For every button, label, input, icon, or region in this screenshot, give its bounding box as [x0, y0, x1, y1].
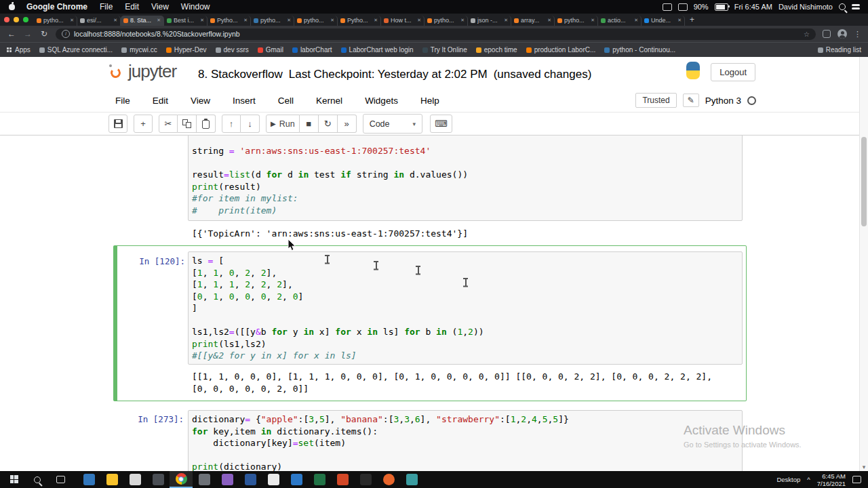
browser-tab[interactable]: pytho...✕: [425, 16, 468, 26]
apple-menu-icon[interactable]: [8, 3, 16, 11]
code-cell-selected[interactable]: In [120]: ls = [[1, 1, 0, 2, 2],[1, 1, 1…: [113, 245, 747, 401]
bookmark-laborchart-web-login[interactable]: LaborChart web login: [341, 46, 414, 54]
tab-close-icon[interactable]: ✕: [374, 18, 378, 23]
menubar-clock[interactable]: Fri 6:45 AM: [734, 3, 772, 11]
notebook-scroll-area[interactable]: string = 'arn:aws:sns:us-east-1:700257:t…: [0, 136, 868, 471]
browser-tab[interactable]: pytho...✕: [251, 16, 294, 26]
spotlight-icon[interactable]: [839, 3, 846, 10]
close-window-icon[interactable]: [4, 17, 9, 22]
taskbar-app-app-black[interactable]: [354, 471, 377, 488]
taskbar-app-app-teal[interactable]: [400, 471, 423, 488]
bookmark-gmail[interactable]: Gmail: [258, 46, 283, 54]
jupyter-menu-help[interactable]: Help: [420, 96, 439, 106]
move-cell-down-button[interactable]: ↓: [241, 115, 260, 133]
taskbar-app-firefox[interactable]: [377, 471, 400, 488]
battery-icon[interactable]: [715, 3, 728, 11]
task-view-button[interactable]: [49, 471, 72, 488]
browser-tab[interactable]: pytho...✕: [555, 16, 598, 26]
tab-close-icon[interactable]: ✕: [460, 18, 465, 23]
control-center-icon[interactable]: [852, 3, 860, 10]
paste-cell-button[interactable]: [197, 115, 216, 133]
reload-button[interactable]: ↻: [39, 29, 49, 39]
jupyter-menu-cell[interactable]: Cell: [278, 96, 294, 106]
tab-close-icon[interactable]: ✕: [200, 18, 204, 23]
taskbar-app-app-gray[interactable]: [123, 471, 146, 488]
taskbar-app-app-slate[interactable]: [193, 471, 216, 488]
taskbar-app-app-dark[interactable]: [146, 471, 170, 488]
browser-tab[interactable]: array...✕: [511, 16, 555, 26]
tab-close-icon[interactable]: ✕: [330, 18, 334, 23]
run-button[interactable]: ▶Run: [266, 115, 300, 133]
cell-type-select[interactable]: Code ▾: [363, 114, 422, 134]
browser-tab[interactable]: pytho...✕: [294, 16, 338, 26]
reading-list-button[interactable]: Reading list: [818, 46, 861, 54]
bookmark-production-laborc-[interactable]: production LaborC...: [526, 46, 596, 54]
extension-icon[interactable]: [823, 30, 831, 38]
bookmark-mycwi-cc[interactable]: mycwi.cc: [121, 46, 157, 54]
jupyter-menu-edit[interactable]: Edit: [153, 96, 168, 106]
scroll-down-arrow[interactable]: ▾: [860, 463, 868, 471]
tab-close-icon[interactable]: ✕: [417, 18, 421, 23]
scrollbar-thumb[interactable]: [861, 137, 867, 226]
taskbar-app-file-explorer[interactable]: [100, 471, 123, 488]
zoom-window-icon[interactable]: [23, 17, 28, 22]
tab-close-icon[interactable]: ✕: [591, 18, 595, 23]
status-icon-display[interactable]: [663, 3, 672, 11]
taskbar-app-powerpoint[interactable]: [331, 471, 354, 488]
new-tab-button[interactable]: +: [690, 15, 694, 24]
minimize-window-icon[interactable]: [14, 17, 19, 22]
taskbar-app-word[interactable]: [239, 471, 262, 488]
bookmark-dev-ssrs[interactable]: dev ssrs: [216, 46, 249, 54]
menubar-menu-view[interactable]: View: [151, 2, 169, 12]
tab-close-icon[interactable]: ✕: [113, 18, 117, 23]
page-scrollbar[interactable]: ▾: [859, 57, 868, 471]
taskbar-app-excel[interactable]: [308, 471, 331, 488]
jupyter-menu-widgets[interactable]: Widgets: [365, 96, 398, 106]
bookmark-sql-azure-connecti-[interactable]: SQL Azure connecti...: [39, 46, 113, 54]
browser-menu-icon[interactable]: ⋮: [854, 30, 861, 39]
bookmark-apps[interactable]: Apps: [7, 46, 31, 54]
tab-close-icon[interactable]: ✕: [70, 18, 74, 23]
bookmark-laborchart[interactable]: laborChart: [292, 46, 332, 54]
notification-center-icon[interactable]: [852, 476, 861, 483]
code-cell[interactable]: In [273]: dictionary= {"apple":[3,5], "b…: [113, 405, 747, 471]
taskbar-app-vs-code[interactable]: [285, 471, 308, 488]
bookmark-python-continuou-[interactable]: python - Continuou...: [604, 46, 675, 54]
back-button[interactable]: ←: [7, 29, 16, 39]
bookmark-try-it-online[interactable]: Try It Online: [422, 46, 467, 54]
jupyter-menu-kernel[interactable]: Kernel: [316, 96, 342, 106]
site-info-icon[interactable]: i: [62, 30, 70, 38]
menubar-app-name[interactable]: Google Chrome: [26, 2, 87, 12]
address-bar[interactable]: i localhost:8888/notebooks/8.%20Stackove…: [56, 28, 816, 40]
bookmark-hyper-dev[interactable]: Hyper-Dev: [166, 46, 207, 54]
restart-kernel-button[interactable]: ↻: [319, 115, 338, 133]
jupyter-logo[interactable]: jupyter: [108, 62, 176, 80]
jupyter-menu-insert[interactable]: Insert: [233, 96, 256, 106]
tab-close-icon[interactable]: ✕: [677, 18, 682, 23]
command-palette-button[interactable]: ⌨: [430, 115, 452, 133]
copy-cell-button[interactable]: [178, 115, 197, 133]
taskbar-app-visual-studio[interactable]: [216, 471, 239, 488]
jupyter-menu-file[interactable]: File: [115, 96, 130, 106]
taskbar-clock[interactable]: 6:45 AM 7/16/2021: [817, 472, 846, 487]
taskbar-app-chrome[interactable]: [170, 471, 193, 488]
browser-tab[interactable]: actio...✕: [598, 16, 642, 26]
tab-close-icon[interactable]: ✕: [547, 18, 551, 23]
start-button[interactable]: [3, 471, 26, 488]
status-icon-extra[interactable]: [678, 3, 688, 11]
browser-tab[interactable]: pytho...✕: [34, 16, 77, 26]
tab-close-icon[interactable]: ✕: [157, 18, 161, 23]
tab-close-icon[interactable]: ✕: [504, 18, 508, 23]
jupyter-menu-view[interactable]: View: [191, 96, 210, 106]
notebook-title[interactable]: 8. Stackoverflow: [198, 68, 283, 81]
tab-close-icon[interactable]: ✕: [634, 18, 638, 23]
trusted-badge[interactable]: Trusted: [635, 93, 676, 108]
desktop-toolbar-label[interactable]: Desktop: [776, 476, 800, 483]
restart-run-all-button[interactable]: »: [338, 115, 357, 133]
browser-tab[interactable]: Best i...✕: [164, 16, 208, 26]
interrupt-kernel-button[interactable]: ■: [300, 115, 319, 133]
taskbar-app-app-light[interactable]: [262, 471, 285, 488]
cut-cell-button[interactable]: ✂: [159, 115, 178, 133]
menubar-user[interactable]: David Nishimoto: [778, 3, 833, 11]
browser-tab[interactable]: Pytho...✕: [338, 16, 381, 26]
